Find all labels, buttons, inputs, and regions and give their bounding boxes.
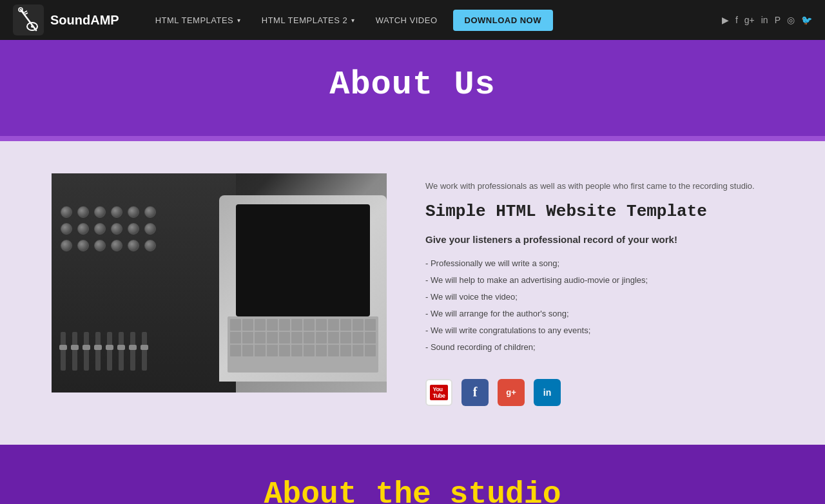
nav-social-icons: ▶ f g+ in P ◎ 🐦 [722, 15, 812, 25]
content-intro: We work with professionals as well as wi… [425, 180, 773, 193]
chevron-down-icon: ▾ [237, 17, 241, 24]
list-item: - We will voice the video; [425, 289, 773, 305]
mixer-knobs [61, 206, 149, 251]
list-item: - We will arrange for the author's song; [425, 305, 773, 322]
navbar: SoundAMP HTML TEMPLATES ▾ HTML TEMPLATES… [0, 0, 825, 40]
list-item: - Sound recording of children; [425, 339, 773, 356]
mixer-faders [61, 332, 147, 371]
content-section: We work with professionals as well as wi… [0, 141, 825, 445]
nav-html-templates-2[interactable]: HTML TEMPLATES 2 ▾ [251, 0, 365, 40]
list-item: - We will write congratulations to any e… [425, 322, 773, 339]
content-list: - Professionally we will write a song; -… [425, 255, 773, 356]
divider [0, 136, 825, 141]
hero-section: About Us [0, 40, 825, 136]
google-plus-nav-icon[interactable]: g+ [744, 15, 755, 25]
pinterest-nav-icon[interactable]: P [775, 15, 781, 25]
footer-title: About the studio [13, 477, 812, 505]
page-title: About Us [13, 66, 812, 104]
list-item: - Professionally we will write a song; [425, 255, 773, 272]
youtube-nav-icon[interactable]: ▶ [722, 15, 729, 25]
mixer-overlay [52, 173, 236, 393]
linkedin-icon[interactable]: in [534, 379, 561, 406]
content-heading: Simple HTML Website Template [425, 202, 773, 221]
nav-links: HTML TEMPLATES ▾ HTML TEMPLATES 2 ▾ WATC… [145, 0, 712, 40]
list-item: - We will help to make an advertising au… [425, 272, 773, 289]
laptop-keyboard [228, 316, 378, 373]
download-button[interactable]: DOWNLOAD NOW [453, 10, 553, 31]
laptop-overlay [219, 195, 387, 382]
brand-logo-link[interactable]: SoundAMP [13, 5, 119, 35]
footer-section: About the studio [0, 445, 825, 505]
guitar-icon [13, 5, 44, 35]
facebook-nav-icon[interactable]: f [735, 15, 738, 25]
laptop-screen [236, 204, 370, 316]
studio-image [52, 173, 387, 393]
content-text: We work with professionals as well as wi… [425, 173, 773, 406]
google-plus-icon[interactable]: g+ [498, 379, 525, 406]
youtube-icon[interactable]: YouTube [425, 379, 452, 406]
nav-watch-video[interactable]: WATCH VIDEO [365, 0, 448, 40]
instagram-nav-icon[interactable]: ◎ [787, 15, 795, 25]
content-subheading: Give your listeners a professional recor… [425, 234, 773, 245]
linkedin-nav-icon[interactable]: in [761, 15, 768, 25]
chevron-down-icon: ▾ [351, 17, 355, 24]
twitter-nav-icon[interactable]: 🐦 [801, 15, 812, 25]
nav-html-templates[interactable]: HTML TEMPLATES ▾ [145, 0, 251, 40]
social-icons-content: YouTube f g+ in [425, 379, 773, 406]
facebook-icon[interactable]: f [461, 379, 489, 406]
svg-point-3 [31, 25, 34, 28]
brand-name: SoundAMP [50, 13, 119, 28]
